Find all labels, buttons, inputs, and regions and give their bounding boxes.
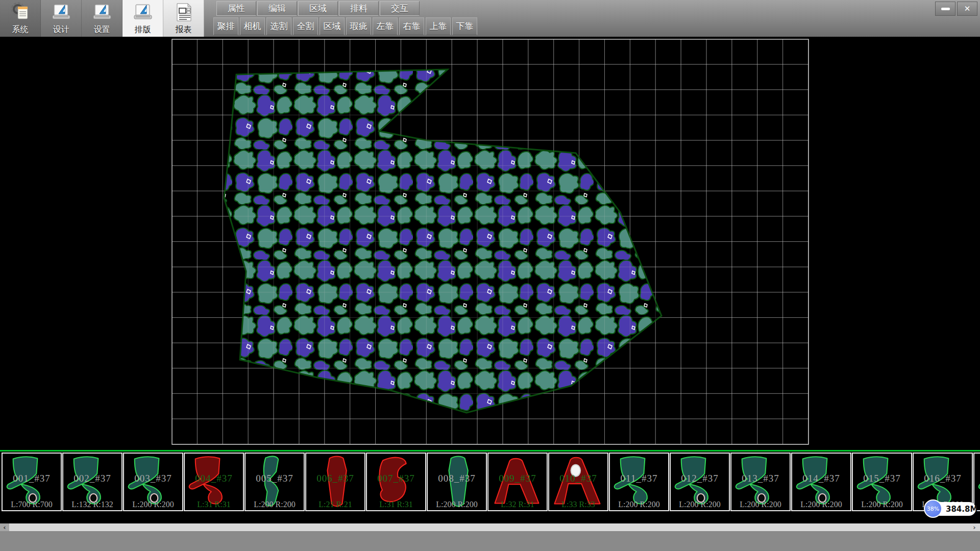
thumb-id-label: 006_#37 (306, 473, 364, 484)
nav-tile-label: 排版 (135, 24, 151, 35)
thumbnail-item-012_#37[interactable]: 012_#37L:200 R:200 (670, 453, 730, 511)
tool-button-6[interactable]: 瑕疵 (346, 17, 371, 35)
thumbnail-scrollbar[interactable]: ‹ › (0, 523, 980, 531)
hide-layout-svg (0, 37, 980, 450)
thumb-id-label: 007_#37 (367, 473, 425, 484)
thumb-meta-label: L:21 R:21 (306, 500, 364, 509)
minimize-button[interactable] (935, 2, 955, 16)
grid-overlay (172, 39, 808, 444)
menu-tab-2[interactable]: 编辑 (257, 1, 297, 16)
thumbnail-item-005_#37[interactable]: 005_#37L:200 R:200 (244, 453, 305, 511)
thumb-meta-label: L:200 R:200 (610, 500, 668, 509)
menu-tab-5[interactable]: 交互 (380, 1, 420, 16)
thumb-meta-label: L:700 R:700 (3, 500, 61, 509)
nav-tile-settings[interactable]: 设置 (82, 0, 122, 37)
thumb-id-label: 002_#37 (63, 473, 121, 484)
app-window: 系统设计设置排版报表 属性编辑区域排料交互 聚排相机选割全割区域瑕疵左靠右靠上靠… (0, 0, 980, 551)
laptop-ruler-icon (50, 1, 72, 23)
piece-thumbnail-strip: 001_#37L:700 R:700002_#37L:132 R:132003_… (0, 450, 980, 523)
thumb-id-label: 004_#37 (185, 473, 243, 484)
thumbnail-item-013_#37[interactable]: 013_#37L:200 R:200 (730, 453, 791, 511)
thumb-id-label: 013_#37 (731, 473, 790, 484)
thumbnail-item-003_#37[interactable]: 003_#37L:200 R:200 (123, 453, 183, 511)
strip-top-line (0, 450, 980, 452)
menu-tabs: 属性编辑区域排料交互 (216, 1, 421, 16)
nav-tile-label: 设置 (94, 24, 110, 35)
laptop-ruler-icon (91, 1, 113, 23)
thumb-meta-label: L:33 R:33 (549, 500, 607, 509)
thumb-id-label: 016_#37 (914, 473, 972, 484)
nav-tile-label: 设计 (53, 24, 69, 35)
tool-button-4[interactable]: 全割 (293, 17, 318, 35)
menu-tab-3[interactable]: 区域 (298, 1, 338, 16)
thumbnail-item-015_#37[interactable]: 015_#37L:200 R:200 (852, 453, 912, 511)
tool-button-9[interactable]: 上靠 (426, 17, 451, 35)
thumbnail-item-004_#37[interactable]: 004_#37L:31 R:31 (184, 453, 244, 511)
window-controls: ✕ (935, 2, 977, 16)
nav-tile-system[interactable]: 系统 (0, 0, 41, 37)
thumb-meta-label: L:200 R:200 (792, 500, 850, 509)
thumbnail-item-006_#37[interactable]: 006_#37L:21 R:21 (305, 453, 365, 511)
memory-value: 384.8M (946, 505, 977, 514)
nav-tiles: 系统设计设置排版报表 (0, 0, 204, 37)
tool-buttons: 聚排相机选割全割区域瑕疵左靠右靠上靠下靠 (213, 17, 479, 35)
scroll-left-button[interactable]: ‹ (0, 523, 9, 531)
nesting-canvas[interactable] (0, 37, 980, 450)
thumbnail-item-014_#37[interactable]: 014_#37L:200 R:200 (791, 453, 851, 511)
menu-tab-1[interactable]: 属性 (216, 1, 256, 16)
tool-button-3[interactable]: 选割 (266, 17, 291, 35)
thumbnail-item-010_#37[interactable]: 010_#37L:33 R:33 (548, 453, 608, 511)
thumb-meta-label: L:132 R:132 (63, 500, 121, 509)
thumbnail-item-008_#37[interactable]: 008_#37L:200 R:200 (427, 453, 487, 511)
tool-button-7[interactable]: 左靠 (373, 17, 398, 35)
thumb-meta-label: L:200 R:200 (246, 500, 304, 509)
thumb-id-label: 001_#37 (3, 473, 61, 484)
minimize-icon (941, 8, 950, 10)
thumbnail-item-002_#37[interactable]: 002_#37L:132 R:132 (62, 453, 122, 511)
thumb-id-label: 003_#37 (124, 473, 182, 484)
scroll-left-icon: ‹ (3, 523, 6, 531)
nav-tile-label: 系统 (12, 24, 29, 35)
thumb-id-label: 017_#37 (974, 473, 980, 484)
thumb-id-label: 014_#37 (792, 473, 850, 484)
thumb-id-label: 011_#37 (610, 473, 668, 484)
thumbnail-item-009_#37[interactable]: 009_#37L:32 R:31 (487, 453, 548, 511)
thumb-meta-label: L:200 R:200 (853, 500, 911, 509)
tool-button-5[interactable]: 区域 (320, 17, 345, 35)
thumb-meta-label: L:200 R:200 (731, 500, 790, 509)
nav-tile-report[interactable]: 报表 (163, 0, 204, 37)
thumb-id-label: 005_#37 (246, 473, 304, 484)
thumbnail-item-017_#37[interactable]: 017_#37L:200 R:200 (973, 453, 980, 511)
menu-tab-4[interactable]: 排料 (339, 1, 379, 16)
scroll-right-icon: › (973, 523, 975, 531)
thumbnail-item-001_#37[interactable]: 001_#37L:700 R:700 (2, 453, 62, 511)
thumb-id-label: 010_#37 (549, 473, 607, 484)
usage-percent-badge: 38% (924, 499, 942, 518)
nav-tile-design[interactable]: 设计 (41, 0, 82, 37)
gear-doc-icon (9, 1, 32, 23)
toolbar: 系统设计设置排版报表 属性编辑区域排料交互 聚排相机选割全割区域瑕疵左靠右靠上靠… (0, 0, 980, 37)
tool-button-2[interactable]: 相机 (240, 17, 265, 35)
scroll-right-button[interactable]: › (970, 523, 979, 531)
thumb-id-label: 012_#37 (671, 473, 729, 484)
thumb-id-label: 008_#37 (428, 473, 486, 484)
thumbnail-list: 001_#37L:700 R:700002_#37L:132 R:132003_… (2, 453, 980, 511)
tool-button-1[interactable]: 聚排 (213, 17, 238, 35)
report-doc-icon (173, 1, 195, 23)
thumb-meta-label: L:31 R:31 (367, 500, 425, 509)
thumb-meta-label: L:31 R:31 (185, 500, 243, 509)
close-button[interactable]: ✕ (957, 2, 977, 16)
thumb-meta-label: L:32 R:31 (488, 500, 547, 509)
thumb-meta-label: L:200 R:200 (428, 500, 486, 509)
footer-bar (0, 531, 980, 551)
nav-tile-label: 报表 (176, 24, 192, 35)
tool-button-10[interactable]: 下靠 (452, 17, 477, 35)
thumbnail-item-007_#37[interactable]: 007_#37L:31 R:31 (366, 453, 426, 511)
tool-button-8[interactable]: 右靠 (399, 17, 424, 35)
thumbnail-item-011_#37[interactable]: 011_#37L:200 R:200 (609, 453, 669, 511)
status-badge: 38% 384.8M (925, 502, 976, 516)
laptop-ruler-icon (132, 1, 154, 23)
thumb-meta-label: L:200 R:200 (124, 500, 182, 509)
thumb-meta-label: L:200 R:200 (671, 500, 729, 509)
nav-tile-layout[interactable]: 排版 (122, 0, 163, 37)
